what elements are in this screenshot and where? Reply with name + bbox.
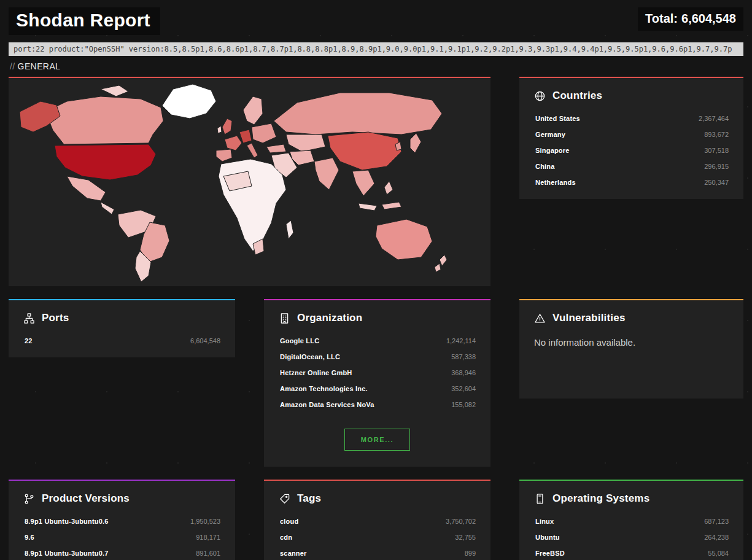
map-region-southeast-asia	[352, 170, 374, 196]
map-region-australia	[376, 219, 432, 260]
map-region-new-zealand-south	[435, 263, 441, 272]
row-2: Ports 226,604,548 Organization Google LL…	[9, 299, 743, 467]
section-prefix: //	[10, 61, 15, 71]
product-versions-row: 9.6918,171	[9, 529, 235, 545]
globe-icon	[534, 90, 546, 102]
map-region-greenland	[162, 84, 216, 119]
map-region-madagascar	[286, 220, 293, 239]
map-region-usa	[55, 144, 156, 180]
total-label: Total:	[645, 12, 678, 25]
map-region-russia	[274, 93, 442, 134]
search-query-bar: port:22 product:"OpenSSH" version:8.5,8.…	[9, 42, 743, 56]
product-versions-title: Product Versions	[42, 492, 130, 505]
organization-row: Amazon Technologies Inc.352,604	[264, 381, 490, 397]
ports-row: 226,604,548	[9, 333, 235, 349]
map-region-mexico	[67, 176, 106, 201]
panel-vulnerabilities: Vulnerabilities No information available…	[519, 299, 743, 399]
map-region-arctic-islands	[101, 85, 128, 96]
section-title: GENERAL	[18, 61, 61, 71]
map-region-italy	[247, 143, 258, 158]
section-label-general: //GENERAL	[10, 61, 743, 71]
map-region-indonesia-east	[382, 202, 401, 209]
map-region-india	[314, 158, 339, 190]
row-3: Product Versions 8.9p1 Ubuntu-3ubuntu0.6…	[9, 480, 743, 560]
panel-product-versions: Product Versions 8.9p1 Ubuntu-3ubuntu0.6…	[9, 480, 235, 560]
building-icon	[279, 313, 290, 324]
panel-operating-systems: Operating Systems Linux687,123 Ubuntu264…	[519, 480, 743, 560]
map-region-indonesia-west	[359, 203, 377, 211]
map-region-iberia	[216, 149, 232, 161]
product-versions-row: 8.9p1 Ubuntu-3ubuntu0.61,950,523	[9, 513, 235, 529]
operating-systems-row: Linux687,123	[519, 513, 743, 529]
map-region-uk	[222, 119, 232, 134]
panel-world-map	[9, 77, 490, 286]
panel-countries: Countries United States2,367,464 Germany…	[519, 77, 743, 199]
organization-more-button[interactable]: MORE...	[344, 429, 410, 451]
tag-icon	[279, 493, 290, 505]
shodan-report-page: Shodan Report Total:6,604,548 port:22 pr…	[0, 0, 752, 560]
page-title: Shodan Report	[9, 7, 160, 35]
organization-row: Amazon Data Services NoVa155,082	[264, 397, 490, 413]
operating-systems-row: FreeBSD55,084	[519, 545, 743, 560]
map-region-japan	[410, 133, 421, 153]
product-versions-row: 8.9p1 Ubuntu-3ubuntu0.7891,601	[9, 545, 235, 560]
search-query-text: port:22 product:"OpenSSH" version:8.5,8.…	[14, 45, 732, 53]
panel-tags: Tags cloud3,750,702 cdn32,755 scanner899	[264, 480, 490, 560]
map-region-central-asia	[286, 134, 325, 152]
countries-row: Netherlands250,347	[519, 174, 743, 190]
map-region-france	[225, 136, 242, 150]
total-value: 6,604,548	[681, 12, 736, 25]
operating-systems-title: Operating Systems	[552, 492, 649, 505]
map-region-philippines	[384, 181, 393, 195]
organization-row: DigitalOcean, LLC587,338	[264, 349, 490, 365]
vulnerabilities-title: Vulnerabilities	[552, 312, 626, 324]
panel-organization: Organization Google LLC1,242,114 Digital…	[264, 299, 490, 467]
total-count: Total:6,604,548	[638, 7, 743, 31]
organization-title: Organization	[297, 312, 362, 324]
map-region-scandinavia	[243, 96, 263, 125]
map-region-china	[328, 132, 401, 170]
tags-row: cdn32,755	[264, 529, 490, 545]
map-region-ireland	[217, 126, 222, 133]
countries-row: United States2,367,464	[519, 111, 743, 126]
countries-row: China296,915	[519, 158, 743, 174]
organization-row: Google LLC1,242,114	[264, 333, 490, 349]
tags-title: Tags	[297, 492, 321, 505]
map-region-africa	[219, 159, 286, 251]
panel-ports: Ports 226,604,548	[9, 299, 235, 357]
ports-title: Ports	[42, 312, 69, 324]
organization-row: Hetzner Online GmbH368,946	[264, 365, 490, 381]
warning-triangle-icon	[534, 313, 546, 324]
terminal-window-icon	[534, 493, 546, 505]
row-1: Countries United States2,367,464 Germany…	[9, 77, 743, 286]
countries-title: Countries	[552, 90, 602, 102]
header: Shodan Report Total:6,604,548	[9, 7, 743, 35]
countries-row: Singapore307,518	[519, 142, 743, 158]
map-region-canada	[45, 96, 163, 144]
sitemap-icon	[23, 313, 35, 324]
vulnerabilities-empty-message: No information available.	[519, 331, 743, 384]
code-branch-icon	[23, 493, 35, 505]
countries-row: Germany893,672	[519, 126, 743, 142]
world-map-choropleth	[9, 78, 490, 285]
map-region-central-america	[101, 202, 114, 214]
operating-systems-row: Ubuntu264,238	[519, 529, 743, 545]
map-region-new-zealand-north	[440, 255, 447, 266]
map-region-eastern-europe	[252, 123, 276, 143]
tags-row: cloud3,750,702	[264, 513, 490, 529]
tags-row: scanner899	[264, 545, 490, 560]
map-region-germany	[239, 130, 252, 143]
map-region-turkey	[266, 144, 286, 153]
